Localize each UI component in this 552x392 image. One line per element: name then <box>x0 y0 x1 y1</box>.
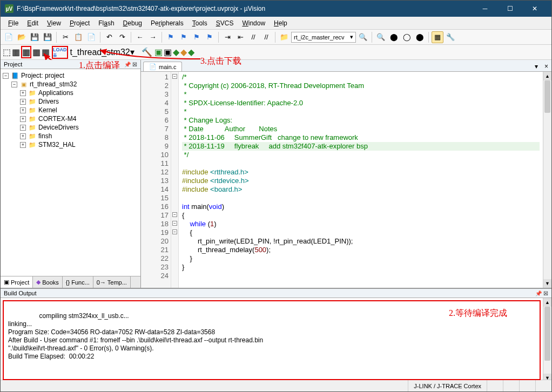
menu-tools[interactable]: Tools <box>188 18 212 28</box>
code-editor[interactable]: 123456789101112131415161718192021222324 … <box>141 72 551 288</box>
code-area[interactable]: /* * Copyright (c) 2006-2018, RT-Thread … <box>179 72 543 288</box>
minimize-button[interactable]: ─ <box>473 1 497 17</box>
bookmark-prev-icon[interactable]: ⚑ <box>178 31 190 43</box>
tab-books[interactable]: ◆Books <box>33 276 63 288</box>
tree-target[interactable]: − ▣ rt_thread_stm32 <box>2 80 139 89</box>
tree-target-label: rt_thread_stm32 <box>30 80 77 88</box>
scroll-up-icon[interactable]: ▲ <box>543 72 551 80</box>
save-all-icon[interactable]: 💾 <box>42 31 53 43</box>
configure-icon[interactable]: 🔧 <box>445 31 456 43</box>
bookmark-icon[interactable]: ⚑ <box>165 31 177 43</box>
menu-edit[interactable]: Edit <box>23 18 43 28</box>
translate-icon[interactable]: ⬚ <box>3 47 11 57</box>
status-cell-3 <box>519 380 535 391</box>
scroll-down-icon[interactable]: ▼ <box>543 279 551 288</box>
editor-tab-mainc[interactable]: 📄 main.c <box>143 62 182 71</box>
scroll-thumb[interactable] <box>544 307 550 361</box>
cut-icon[interactable]: ✂ <box>59 31 71 43</box>
fold-gutter[interactable]: −−−− <box>171 72 179 288</box>
editor-close-icon[interactable]: × <box>541 62 551 71</box>
redo-icon[interactable]: ↷ <box>116 31 128 43</box>
editor-dropdown-icon[interactable]: ▾ <box>531 62 541 71</box>
nav-forward-icon[interactable]: → <box>147 31 159 43</box>
fold-icon[interactable]: − <box>172 221 177 226</box>
fold-icon[interactable]: − <box>172 74 177 79</box>
scroll-thumb[interactable] <box>544 80 550 113</box>
expand-icon[interactable]: − <box>3 73 9 79</box>
debug-start-icon[interactable]: 🔍 <box>375 31 387 43</box>
expand-icon[interactable]: + <box>20 99 26 105</box>
build-output-text[interactable]: compiling stm32f4xx_ll_usb.c... linking.… <box>3 300 541 380</box>
tree-group[interactable]: +📁Kernel <box>2 106 139 114</box>
build-icon[interactable]: ▦ <box>21 46 31 58</box>
window-layout-icon[interactable]: ▦ <box>432 31 443 43</box>
close-button[interactable]: ✕ <box>522 1 547 17</box>
menu-view[interactable]: View <box>43 18 65 28</box>
paste-icon[interactable]: 📄 <box>85 31 97 43</box>
tree-root[interactable]: − 📘 Project: project <box>2 71 139 80</box>
expand-icon[interactable]: + <box>20 133 26 139</box>
menu-project[interactable]: Project <box>65 18 94 28</box>
expand-icon[interactable]: + <box>20 116 26 122</box>
build-text-content: compiling stm32f4xx_ll_usb.c... linking.… <box>8 312 263 360</box>
nav-back-icon[interactable]: ← <box>134 31 146 43</box>
new-file-icon[interactable]: 📄 <box>3 31 15 43</box>
expand-icon[interactable]: + <box>20 125 26 131</box>
copy-icon[interactable]: 📋 <box>72 31 84 43</box>
find-combo[interactable]: rt_i2c_master_recv▾ <box>291 32 356 43</box>
tree-group-label: STM32_HAL <box>38 141 76 148</box>
tree-group[interactable]: +📁CORTEX-M4 <box>2 114 139 123</box>
save-icon[interactable]: 💾 <box>29 31 41 43</box>
uvision-window: µV F:\BspFramework\rt-thread\bsp\stm32\s… <box>0 0 552 392</box>
fold-icon[interactable]: − <box>172 212 177 217</box>
menu-help[interactable]: Help <box>270 18 292 28</box>
build-vertical-scrollbar[interactable]: ▲ ▼ <box>543 298 551 382</box>
expand-icon[interactable]: + <box>20 107 26 113</box>
open-file-icon[interactable]: 📂 <box>16 31 28 43</box>
tree-group[interactable]: +📁Drivers <box>2 97 139 106</box>
comment-icon[interactable]: // <box>247 31 259 43</box>
editor-pane: 📄 main.c ▾ × 123456789101112131415161718… <box>141 60 551 288</box>
vertical-scrollbar[interactable]: ▲ ▼ <box>543 72 551 288</box>
undo-icon[interactable]: ↶ <box>103 31 115 43</box>
menu-debug[interactable]: Debug <box>119 18 146 28</box>
expand-icon[interactable]: + <box>20 142 26 148</box>
uncomment-icon[interactable]: // <box>260 31 272 43</box>
indent-icon[interactable]: ⇥ <box>221 31 233 43</box>
tab-functions[interactable]: {} Func... <box>63 276 93 288</box>
build-pane-title: Build Output 📌 ☒ <box>1 289 551 298</box>
menu-file[interactable]: File <box>4 18 23 28</box>
toolbar-build: ⬚ ▦ ▦ ▦ ▦ LOAD⇊ t_thread_stm32▾ 🔨 ▣ ▣ ◆ … <box>1 45 551 60</box>
maximize-button[interactable]: ☐ <box>497 1 522 17</box>
fold-icon[interactable]: − <box>172 229 177 234</box>
menu-flash[interactable]: Flash <box>94 18 118 28</box>
menu-svcs[interactable]: SVCS <box>212 18 238 28</box>
bookmark-clear-icon[interactable]: ⚑ <box>204 31 216 43</box>
menu-peripherals[interactable]: Peripherals <box>146 18 188 28</box>
find-in-files-icon[interactable]: 📁 <box>278 31 290 43</box>
pin-icon[interactable]: 📌 <box>535 290 542 296</box>
tree-group[interactable]: +📁STM32_HAL <box>2 140 139 149</box>
breakpoint-disable-icon[interactable]: ◯ <box>401 31 413 43</box>
pane-close-icon[interactable]: ☒ <box>132 62 137 67</box>
expand-icon[interactable]: − <box>11 82 17 87</box>
project-tree[interactable]: − 📘 Project: project − ▣ rt_thread_stm32… <box>1 69 140 276</box>
project-pane-title: Project 📌 ☒ <box>1 60 140 69</box>
expand-icon[interactable]: + <box>20 90 26 96</box>
bookmark-next-icon[interactable]: ⚑ <box>191 31 203 43</box>
find-icon[interactable]: 🔍 <box>357 31 369 43</box>
tab-project[interactable]: ▣Project <box>1 276 33 288</box>
breakpoint-icon[interactable]: ⬤ <box>388 31 400 43</box>
tree-group[interactable]: +📁Applications <box>2 89 139 97</box>
toolbar-file: 📄 📂 💾 💾 ✂ 📋 📄 ↶ ↷ ← → ⚑ ⚑ ⚑ ⚑ ⇥ ⇤ // // … <box>1 30 551 45</box>
scroll-up-icon[interactable]: ▲ <box>543 298 551 307</box>
tree-group[interactable]: +📁DeviceDrivers <box>2 123 139 132</box>
pane-close-icon[interactable]: ☒ <box>543 290 548 296</box>
build-target-icon[interactable]: ▦ <box>12 47 20 57</box>
outdent-icon[interactable]: ⇤ <box>234 31 246 43</box>
tab-templates[interactable]: 0→ Temp... <box>93 276 131 288</box>
tree-group[interactable]: +📁finsh <box>2 132 139 140</box>
pin-icon[interactable]: 📌 <box>124 62 131 67</box>
breakpoint-kill-icon[interactable]: ⬤ <box>414 31 426 43</box>
menu-window[interactable]: Window <box>238 18 270 28</box>
